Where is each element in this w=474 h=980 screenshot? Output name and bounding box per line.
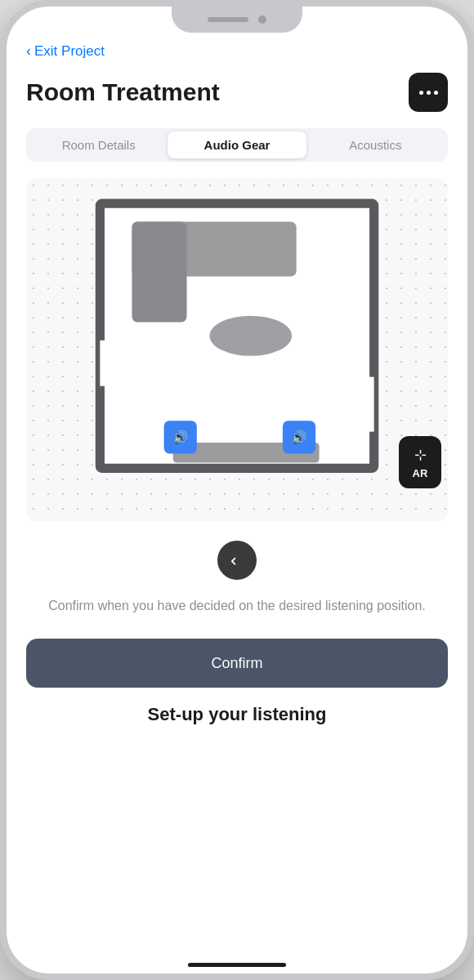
back-label: Exit Project <box>34 43 105 60</box>
dot2 <box>427 91 431 95</box>
dot3 <box>434 91 438 95</box>
down-button[interactable]: ⌄ <box>217 541 257 580</box>
exit-project-button[interactable]: ‹ Exit Project <box>26 42 448 60</box>
tab-audio-gear[interactable]: Audio Gear <box>168 131 306 158</box>
notch-speaker <box>208 17 248 22</box>
phone-notch <box>172 7 302 33</box>
main-content: ‹ Exit Project Room Treatment Room Detai… <box>7 42 467 946</box>
home-indicator <box>7 946 467 973</box>
page-title: Room Treatment <box>26 78 220 106</box>
confirm-label: Confirm <box>211 655 262 672</box>
ar-label: AR <box>413 467 428 479</box>
back-chevron-icon: ‹ <box>26 42 31 60</box>
svg-rect-2 <box>364 377 373 432</box>
more-button[interactable] <box>409 73 448 112</box>
header-row: Room Treatment <box>26 73 448 112</box>
down-chevron-icon: ⌄ <box>228 554 246 568</box>
tab-acoustics[interactable]: Acoustics <box>306 131 445 158</box>
tab-room-details[interactable]: Room Details <box>29 131 168 158</box>
notch-camera <box>258 16 266 24</box>
phone-frame: ‹ Exit Project Room Treatment Room Detai… <box>0 0 474 980</box>
home-bar <box>188 963 286 967</box>
dotted-background: 🔊 🔊 ⊹ AR <box>26 178 448 521</box>
svg-text:🔊: 🔊 <box>291 430 307 445</box>
svg-point-5 <box>209 316 292 356</box>
svg-text:🔊: 🔊 <box>172 430 189 445</box>
room-canvas: 🔊 🔊 ⊹ AR <box>26 178 448 521</box>
setup-hint: Set-up your listening <box>26 704 448 732</box>
tabs-container: Room Details Audio Gear Acoustics <box>26 128 448 162</box>
confirm-button[interactable]: Confirm <box>26 639 448 688</box>
ar-icon: ⊹ <box>414 446 427 464</box>
screen: ‹ Exit Project Room Treatment Room Detai… <box>7 7 467 973</box>
helper-text: Confirm when you have decided on the des… <box>26 596 448 616</box>
ar-button[interactable]: ⊹ AR <box>399 436 441 488</box>
dot1 <box>419 91 423 95</box>
more-dots-icon <box>419 91 438 95</box>
room-floor-plan[interactable]: 🔊 🔊 <box>59 194 415 505</box>
svg-rect-1 <box>100 341 109 386</box>
svg-rect-4 <box>132 222 186 323</box>
